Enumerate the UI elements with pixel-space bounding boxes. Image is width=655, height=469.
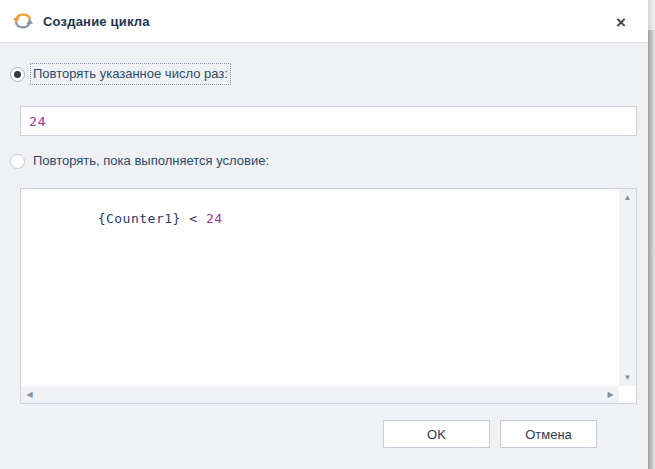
option-repeat-count[interactable]: Повторять указанное число раз: (10, 64, 230, 84)
radio-repeat-count-label[interactable]: Повторять указанное число раз: (31, 64, 230, 84)
window-edge-strip-top (648, 0, 655, 30)
close-icon[interactable]: × (608, 9, 634, 35)
condition-expression[interactable]: {Counter1} < 24 (31, 196, 223, 241)
scroll-right-icon[interactable]: ▶ (602, 386, 619, 403)
scrollbar-corner (619, 386, 636, 403)
create-loop-dialog: Создание цикла × Повторять указанное чис… (0, 0, 648, 469)
radio-repeat-condition[interactable] (10, 154, 25, 169)
loop-icon (12, 10, 34, 32)
scroll-left-icon[interactable]: ◀ (21, 386, 38, 403)
token-number: 24 (206, 211, 223, 226)
screen: Создание цикла × Повторять указанное чис… (0, 0, 655, 469)
radio-repeat-count[interactable] (10, 67, 25, 82)
radio-repeat-condition-label[interactable]: Повторять, пока выполняется условие: (31, 151, 271, 171)
token-operator: < (181, 211, 206, 226)
dialog-titlebar: Создание цикла × (0, 0, 648, 43)
vertical-scrollbar[interactable]: ▲ ▼ (619, 189, 636, 386)
scroll-down-icon[interactable]: ▼ (619, 369, 636, 386)
window-edge-strip (648, 0, 655, 469)
cancel-button[interactable]: Отмена (500, 420, 597, 448)
option-repeat-condition[interactable]: Повторять, пока выполняется условие: (10, 151, 271, 171)
scroll-up-icon[interactable]: ▲ (619, 189, 636, 206)
horizontal-scrollbar[interactable]: ◀ ▶ (21, 386, 619, 403)
ok-button[interactable]: OK (383, 420, 490, 448)
condition-editor[interactable]: {Counter1} < 24 ▲ ▼ ◀ ▶ (20, 188, 637, 404)
token-identifier: {Counter1} (98, 211, 181, 226)
repeat-count-input[interactable] (20, 106, 637, 136)
dialog-title: Создание цикла (43, 14, 150, 29)
